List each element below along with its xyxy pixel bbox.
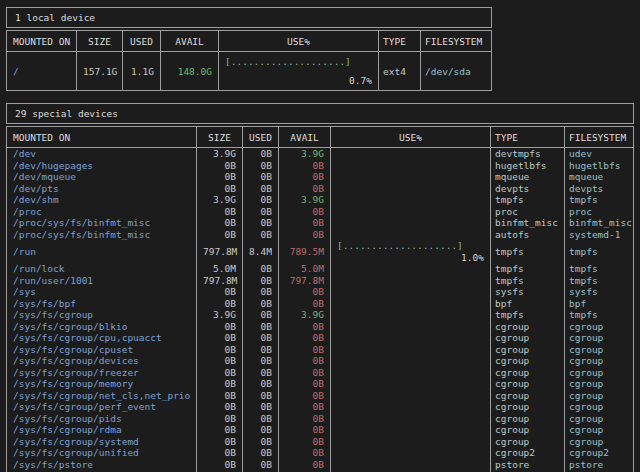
header-row: MOUNTED ONSIZEUSEDAVAILUSE%TYPEFILESYSTE… (7, 127, 634, 148)
mountpoint-cell: /sys/fs/cgroup/systemd (7, 436, 197, 448)
filesystem-cell: devpts (565, 183, 634, 195)
used-cell: 1.1G (123, 52, 161, 91)
used-cell: 0B (243, 206, 279, 218)
avail-cell: 0B (279, 413, 331, 425)
avail-cell: 148.0G (161, 52, 219, 91)
used-cell: 8.4M (243, 240, 279, 263)
mountpoint-cell: /run/lock (7, 263, 197, 275)
use-percent-cell (331, 459, 491, 471)
avail-cell: 5.0M (279, 263, 331, 275)
used-cell: 0B (243, 367, 279, 379)
used-cell: 0B (243, 275, 279, 287)
type-cell: binfmt_misc (491, 217, 565, 229)
column-header-used: USED (243, 127, 279, 148)
used-cell: 0B (243, 229, 279, 241)
size-cell: 3.9G (197, 194, 243, 206)
size-cell: 0B (197, 332, 243, 344)
column-header-used: USED (123, 31, 161, 52)
type-cell: devpts (491, 183, 565, 195)
used-cell: 0B (243, 390, 279, 402)
used-cell: 0B (243, 344, 279, 356)
use-percent-cell (331, 367, 491, 379)
used-cell: 0B (243, 413, 279, 425)
local-devices-table: MOUNTED ONSIZEUSEDAVAILUSE%TYPEFILESYSTE… (6, 30, 492, 91)
size-cell: 0B (197, 321, 243, 333)
used-cell: 0B (243, 447, 279, 459)
use-percent-cell (331, 378, 491, 390)
used-cell: 0B (243, 309, 279, 321)
type-cell: cgroup (491, 436, 565, 448)
filesystem-cell: sysfs (565, 286, 634, 298)
table-row: /dev/hugepages0B0B0Bhugetlbfshugetlbfs (7, 160, 634, 172)
used-cell: 0B (243, 148, 279, 160)
mountpoint-cell: /dev/mqueue (7, 171, 197, 183)
filesystem-cell: tmpfs (565, 240, 634, 263)
avail-cell: 0B (279, 332, 331, 344)
used-cell: 0B (243, 436, 279, 448)
type-cell: hugetlbfs (491, 160, 565, 172)
special-devices-title-box: 29 special devices (6, 103, 634, 124)
size-cell: 0B (197, 171, 243, 183)
filesystem-cell: cgroup (565, 413, 634, 425)
table-row: /dev/mqueue0B0B0Bmqueuemqueue (7, 171, 634, 183)
use-percent-cell (331, 413, 491, 425)
type-cell: cgroup (491, 390, 565, 402)
filesystem-cell: tmpfs (565, 275, 634, 287)
mountpoint-cell: /sys/fs/cgroup/unified (7, 447, 197, 459)
size-cell: 157.1G (77, 52, 123, 91)
avail-cell: 0B (279, 436, 331, 448)
table-row: /proc/sys/fs/binfmt_misc0B0B0Bautofssyst… (7, 229, 634, 241)
filesystem-cell: mqueue (565, 171, 634, 183)
table-row: /proc/sys/fs/binfmt_misc0B0B0Bbinfmt_mis… (7, 217, 634, 229)
table-row: /sys/fs/cgroup/blkio0B0B0Bcgroupcgroup (7, 321, 634, 333)
section-divider (6, 91, 634, 103)
local-devices-section: 1 local device MOUNTED ONSIZEUSEDAVAILUS… (6, 7, 634, 91)
filesystem-cell: cgroup (565, 378, 634, 390)
size-cell: 0B (197, 367, 243, 379)
table-row: /proc0B0B0Bprocproc (7, 206, 634, 218)
filesystem-cell: cgroup (565, 367, 634, 379)
use-percent-cell: [....................]1.0% (331, 240, 491, 263)
size-cell: 0B (197, 447, 243, 459)
local-devices-title-box: 1 local device (6, 7, 492, 28)
column-header-filesystem: FILESYSTEM (565, 127, 634, 148)
use-percent-cell (331, 355, 491, 367)
avail-cell: 0B (279, 183, 331, 195)
type-cell: cgroup (491, 378, 565, 390)
size-cell: 0B (197, 206, 243, 218)
used-cell: 0B (243, 321, 279, 333)
column-header-size: SIZE (197, 127, 243, 148)
type-cell: devtmpfs (491, 148, 565, 160)
filesystem-cell: udev (565, 148, 634, 160)
use-percent-cell (331, 321, 491, 333)
table-row: /run/user/1001797.8M0B797.8Mtmpfstmpfs (7, 275, 634, 287)
mountpoint-cell: /dev/hugepages (7, 160, 197, 172)
filesystem-cell: cgroup (565, 424, 634, 436)
type-cell: ext4 (379, 52, 421, 91)
table-row: /sys/fs/cgroup/pids0B0B0Bcgroupcgroup (7, 413, 634, 425)
table-row: /sys/fs/pstore0B0B0Bpstorepstore (7, 459, 634, 471)
use-percent-cell (331, 344, 491, 356)
avail-cell: 789.5M (279, 240, 331, 263)
size-cell: 0B (197, 160, 243, 172)
use-percent-cell (331, 401, 491, 413)
avail-cell: 797.8M (279, 275, 331, 287)
size-cell: 797.8M (197, 240, 243, 263)
used-cell: 0B (243, 160, 279, 172)
filesystem-cell: hugetlbfs (565, 160, 634, 172)
mountpoint-cell: /sys/fs/cgroup/perf_event (7, 401, 197, 413)
type-cell: bpf (491, 298, 565, 310)
filesystem-cell: systemd-1 (565, 229, 634, 241)
used-cell: 0B (243, 263, 279, 275)
column-header-type: TYPE (379, 31, 421, 52)
use-percent-cell (331, 275, 491, 287)
used-cell: 0B (243, 424, 279, 436)
column-header-mounted-on: MOUNTED ON (7, 127, 197, 148)
type-cell: cgroup (491, 367, 565, 379)
use-percent-cell (331, 229, 491, 241)
mountpoint-cell: /proc (7, 206, 197, 218)
type-cell: cgroup (491, 344, 565, 356)
filesystem-cell: cgroup (565, 355, 634, 367)
size-cell: 0B (197, 229, 243, 241)
type-cell: mqueue (491, 171, 565, 183)
